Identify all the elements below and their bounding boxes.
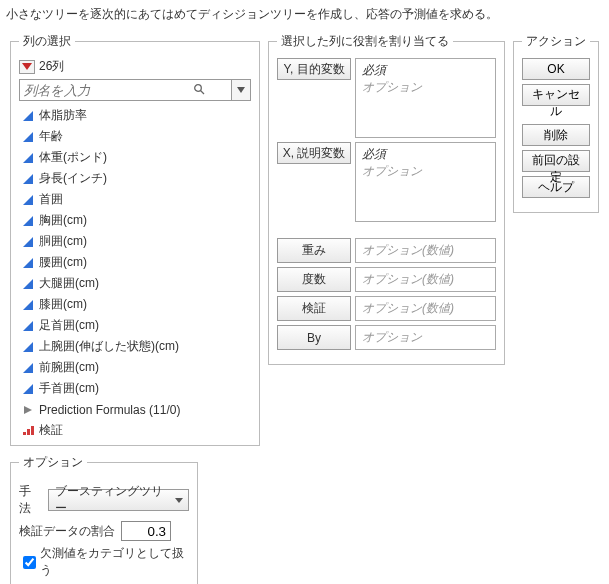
column-menu-button[interactable]	[19, 60, 35, 74]
column-item[interactable]: 検証	[19, 420, 251, 435]
column-item-label: 大腿囲(cm)	[39, 275, 99, 292]
column-item[interactable]: 膝囲(cm)	[19, 294, 251, 315]
svg-marker-0	[22, 63, 32, 70]
continuous-icon	[21, 236, 35, 248]
column-item[interactable]: 身長(インチ)	[19, 168, 251, 189]
column-search-input[interactable]	[19, 79, 231, 101]
svg-marker-14	[23, 321, 33, 331]
column-item-label: 腰囲(cm)	[39, 254, 87, 271]
column-item-label: 胴囲(cm)	[39, 233, 87, 250]
continuous-icon	[21, 257, 35, 269]
continuous-icon	[21, 362, 35, 374]
svg-rect-21	[31, 426, 34, 436]
role-drop-box[interactable]: 必須オプション	[355, 142, 496, 222]
role-button[interactable]: By	[277, 325, 351, 350]
continuous-icon	[21, 194, 35, 206]
role-panel: 選択した列に役割を割り当てる Y, 目的変数必須オプションX, 説明変数必須オプ…	[268, 33, 505, 365]
column-item[interactable]: 胴囲(cm)	[19, 231, 251, 252]
role-button[interactable]: Y, 目的変数	[277, 58, 351, 80]
column-item-label: 検証	[39, 422, 63, 435]
continuous-icon	[21, 383, 35, 395]
svg-marker-15	[23, 342, 33, 352]
method-label: 手法	[19, 483, 42, 517]
svg-marker-6	[23, 153, 33, 163]
svg-marker-17	[23, 384, 33, 394]
role-drop-box[interactable]: 必須オプション	[355, 58, 496, 138]
svg-marker-13	[23, 300, 33, 310]
column-item-label: 首囲	[39, 191, 63, 208]
column-select-panel: 列の選択 26列 体脂肪率年齢体重(ポンド)身長(インチ)首囲胸囲(cm)胴囲(…	[10, 33, 260, 446]
column-item[interactable]: 体脂肪率	[19, 105, 251, 126]
column-item[interactable]: 大腿囲(cm)	[19, 273, 251, 294]
column-item-label: 身長(インチ)	[39, 170, 107, 187]
column-list: 体脂肪率年齢体重(ポンド)身長(インチ)首囲胸囲(cm)胴囲(cm)腰囲(cm)…	[19, 105, 251, 435]
column-count-label: 26列	[39, 58, 64, 75]
column-item-label: Prediction Formulas (11/0)	[39, 403, 180, 417]
role-required-label: 必須	[362, 62, 489, 79]
role-drop-box[interactable]: オプション	[355, 325, 496, 350]
role-optional-label: オプション	[362, 79, 489, 96]
continuous-icon	[21, 131, 35, 143]
continuous-icon	[21, 299, 35, 311]
ok-button[interactable]: OK	[522, 58, 590, 80]
column-item[interactable]: 上腕囲(伸ばした状態)(cm)	[19, 336, 251, 357]
role-optional-label: オプション(数値)	[362, 242, 489, 259]
role-button[interactable]: 検証	[277, 296, 351, 321]
missing-as-category-checkbox[interactable]	[23, 556, 36, 569]
svg-marker-3	[237, 87, 245, 93]
column-item[interactable]: 胸囲(cm)	[19, 210, 251, 231]
svg-marker-8	[23, 195, 33, 205]
column-item[interactable]: 腰囲(cm)	[19, 252, 251, 273]
column-item[interactable]: Prediction Formulas (11/0)	[19, 399, 251, 420]
options-legend: オプション	[19, 454, 87, 471]
continuous-icon	[21, 320, 35, 332]
column-item-label: 上腕囲(伸ばした状態)(cm)	[39, 338, 179, 355]
description-text: 小さなツリーを逐次的にあてはめてディシジョンツリーを作成し、応答の予測値を求める…	[6, 6, 603, 23]
cancel-button[interactable]: キャンセル	[522, 84, 590, 106]
svg-rect-19	[23, 432, 26, 436]
continuous-icon	[21, 110, 35, 122]
column-item[interactable]: 年齢	[19, 126, 251, 147]
method-select[interactable]: ブースティングツリー	[48, 489, 189, 511]
role-optional-label: オプション	[362, 163, 489, 180]
column-item[interactable]: 首囲	[19, 189, 251, 210]
column-item[interactable]: 手首囲(cm)	[19, 378, 251, 399]
remove-button[interactable]: 削除	[522, 124, 590, 146]
svg-marker-18	[24, 406, 32, 414]
ratio-label: 検証データの割合	[19, 523, 115, 540]
help-button[interactable]: ヘルプ	[522, 176, 590, 198]
role-required-label: 必須	[362, 146, 489, 163]
column-search-dropdown[interactable]	[231, 79, 251, 101]
role-drop-box[interactable]: オプション(数値)	[355, 238, 496, 263]
svg-marker-10	[23, 237, 33, 247]
ratio-input[interactable]	[121, 521, 171, 541]
options-panel: オプション 手法 ブースティングツリー 検証データの割合 欠測値をカテゴリとして…	[10, 454, 198, 584]
svg-rect-20	[27, 429, 30, 436]
column-item-label: 足首囲(cm)	[39, 317, 99, 334]
svg-marker-12	[23, 279, 33, 289]
role-button[interactable]: 度数	[277, 267, 351, 292]
role-button[interactable]: 重み	[277, 238, 351, 263]
recall-button[interactable]: 前回の設定	[522, 150, 590, 172]
action-panel: アクション OK キャンセル 削除 前回の設定 ヘルプ	[513, 33, 599, 213]
svg-marker-5	[23, 132, 33, 142]
role-button[interactable]: X, 説明変数	[277, 142, 351, 164]
column-item[interactable]: 体重(ポンド)	[19, 147, 251, 168]
column-item-label: 膝囲(cm)	[39, 296, 87, 313]
svg-marker-16	[23, 363, 33, 373]
column-item-label: 手首囲(cm)	[39, 380, 99, 397]
role-panel-legend: 選択した列に役割を割り当てる	[277, 33, 453, 50]
column-item[interactable]: 前腕囲(cm)	[19, 357, 251, 378]
role-drop-box[interactable]: オプション(数値)	[355, 267, 496, 292]
role-drop-box[interactable]: オプション(数値)	[355, 296, 496, 321]
svg-marker-7	[23, 174, 33, 184]
nominal-icon	[21, 425, 35, 436]
role-optional-label: オプション(数値)	[362, 271, 489, 288]
svg-marker-4	[23, 111, 33, 121]
column-item-label: 前腕囲(cm)	[39, 359, 99, 376]
continuous-icon	[21, 173, 35, 185]
missing-as-category-label: 欠測値をカテゴリとして扱う	[40, 545, 189, 579]
column-item[interactable]: 足首囲(cm)	[19, 315, 251, 336]
column-select-legend: 列の選択	[19, 33, 75, 50]
continuous-icon	[21, 341, 35, 353]
